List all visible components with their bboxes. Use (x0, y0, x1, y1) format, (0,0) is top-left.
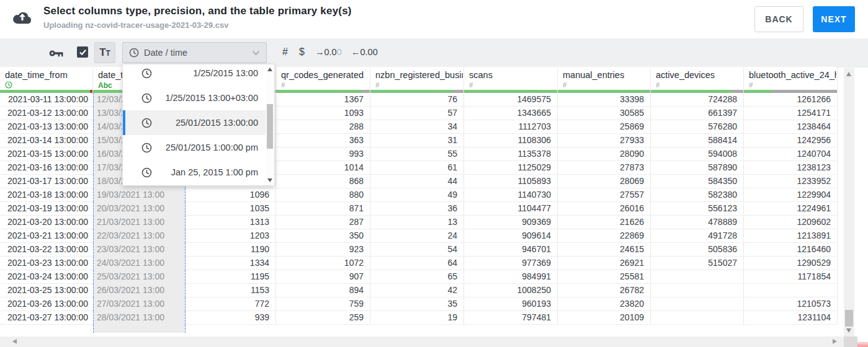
table-cell[interactable]: 894 (276, 284, 370, 297)
table-cell[interactable]: 2021-03-22 13:00:00 (0, 243, 93, 257)
table-cell[interactable]: 28/03/2021 13:00 (93, 311, 186, 325)
dropdown-scrollbar-thumb[interactable] (267, 104, 273, 149)
table-cell[interactable]: 2021-03-25 13:00:00 (0, 284, 93, 297)
table-cell[interactable]: 584350 (651, 175, 744, 188)
include-column-checkbox[interactable] (77, 46, 88, 58)
dropdown-scrollbar[interactable] (266, 64, 274, 185)
table-cell[interactable]: 35 (370, 297, 464, 311)
table-cell[interactable]: 515027 (651, 257, 744, 270)
table-cell[interactable]: 24615 (558, 243, 651, 257)
table-cell[interactable]: 64 (370, 257, 464, 270)
table-cell[interactable]: 2021-03-19 13:00:00 (0, 202, 93, 216)
column-header-qr_codes_generated[interactable]: qr_codes_generated# (276, 67, 370, 93)
table-cell[interactable]: 13 (370, 216, 464, 229)
table-cell[interactable]: 1313 (186, 216, 276, 229)
number-type-button[interactable]: # (282, 46, 288, 58)
table-cell[interactable]: 24/03/2021 13:00 (93, 257, 186, 270)
table-cell[interactable]: 1261266 (744, 93, 838, 107)
table-cell[interactable]: 19 (370, 311, 464, 325)
table-cell[interactable]: 2021-03-13 13:00:00 (0, 120, 93, 134)
table-cell[interactable]: 22869 (558, 229, 651, 243)
table-cell[interactable]: 26/03/2021 13:00 (93, 284, 186, 297)
table-cell[interactable]: 25581 (558, 270, 651, 284)
table-cell[interactable]: 1140730 (464, 188, 558, 202)
table-cell[interactable]: 1238123 (744, 161, 838, 175)
type-dropdown[interactable]: Date / time (122, 42, 267, 63)
table-cell[interactable] (651, 270, 744, 284)
table-cell[interactable]: 26016 (558, 202, 651, 216)
table-cell[interactable]: 907 (276, 270, 370, 284)
dropdown-option[interactable]: Jan 25, 2015 1:00 pm (123, 160, 266, 185)
table-cell[interactable]: 19/03/2021 13:00 (93, 188, 186, 202)
table-cell[interactable]: 1105893 (464, 175, 558, 188)
table-cell[interactable]: 44 (370, 175, 464, 188)
table-cell[interactable]: 363 (276, 134, 370, 147)
table-cell[interactable]: 1216460 (744, 243, 838, 257)
table-cell[interactable]: 661397 (651, 107, 744, 120)
table-cell[interactable]: 21626 (558, 216, 651, 229)
table-cell[interactable] (651, 284, 744, 297)
table-cell[interactable]: 2021-03-24 13:00:00 (0, 270, 93, 284)
table-cell[interactable]: 2021-03-14 13:00:00 (0, 134, 93, 147)
dropdown-option[interactable]: 1/25/2015 13:00 (123, 64, 266, 86)
table-cell[interactable]: 724288 (651, 93, 744, 107)
table-cell[interactable]: 288 (276, 120, 370, 134)
vertical-scrollbar[interactable] (844, 68, 854, 336)
table-cell[interactable]: 20/03/2021 13:00 (93, 202, 186, 216)
column-header-bluetooth_active_24_hr_[interactable]: bluetooth_active_24_hr_# (744, 67, 838, 93)
table-cell[interactable] (651, 311, 744, 325)
table-cell[interactable]: 587890 (651, 161, 744, 175)
table-cell[interactable]: 772 (186, 297, 276, 311)
table-cell[interactable]: 909614 (464, 229, 558, 243)
table-cell[interactable]: 27933 (558, 134, 651, 147)
table-cell[interactable]: 26921 (558, 257, 651, 270)
table-cell[interactable]: 2021-03-17 13:00:00 (0, 175, 93, 188)
scroll-right-arrow-icon[interactable] (833, 339, 837, 344)
table-cell[interactable]: 582380 (651, 188, 744, 202)
dropdown-option[interactable]: 1/25/2015 13:00+03:00 (123, 86, 266, 110)
table-cell[interactable]: 49 (370, 188, 464, 202)
table-cell[interactable]: 1035 (186, 202, 276, 216)
table-cell[interactable]: 977369 (464, 257, 558, 270)
table-cell[interactable]: 2021-03-11 13:00:00 (0, 93, 93, 107)
table-cell[interactable]: 2021-03-27 13:00:00 (0, 311, 93, 325)
table-cell[interactable]: 556123 (651, 202, 744, 216)
table-cell[interactable]: 76 (370, 93, 464, 107)
table-cell[interactable]: 2021-03-23 13:00:00 (0, 257, 93, 270)
table-cell[interactable]: 33398 (558, 93, 651, 107)
table-cell[interactable]: 1195 (186, 270, 276, 284)
table-cell[interactable]: 350 (276, 229, 370, 243)
table-cell[interactable]: 1153 (186, 284, 276, 297)
table-cell[interactable]: 1343665 (464, 107, 558, 120)
column-header-nzbn_registered_busine[interactable]: nzbn_registered_busine# (370, 67, 464, 93)
table-cell[interactable]: 1125029 (464, 161, 558, 175)
table-cell[interactable]: 2021-03-12 13:00:00 (0, 107, 93, 120)
table-cell[interactable]: 54 (370, 243, 464, 257)
table-cell[interactable]: 1233952 (744, 175, 838, 188)
table-cell[interactable]: 26782 (558, 284, 651, 297)
table-cell[interactable]: 2021-03-16 13:00:00 (0, 161, 93, 175)
table-cell[interactable]: 1072 (276, 257, 370, 270)
table-cell[interactable]: 1096 (186, 188, 276, 202)
table-cell[interactable]: 1171854 (744, 270, 838, 284)
table-cell[interactable]: 939 (186, 311, 276, 325)
table-cell[interactable]: 946701 (464, 243, 558, 257)
table-cell[interactable]: 2021-03-20 13:00:00 (0, 216, 93, 229)
table-cell[interactable]: 960193 (464, 297, 558, 311)
table-cell[interactable]: 25869 (558, 120, 651, 134)
table-cell[interactable]: 55 (370, 147, 464, 161)
table-cell[interactable]: 1213891 (744, 229, 838, 243)
table-cell[interactable]: 588414 (651, 134, 744, 147)
table-cell[interactable]: 2021-03-26 13:00:00 (0, 297, 93, 311)
table-cell[interactable]: 27/03/2021 13:00 (93, 297, 186, 311)
table-cell[interactable]: 25/03/2021 13:00 (93, 270, 186, 284)
scroll-up-arrow-icon[interactable] (267, 68, 272, 71)
column-header-active_devices[interactable]: active_devices# (651, 67, 744, 93)
table-cell[interactable]: 576280 (651, 120, 744, 134)
table-cell[interactable]: 27873 (558, 161, 651, 175)
table-cell[interactable]: 23/03/2021 13:00 (93, 243, 186, 257)
table-cell[interactable]: 42 (370, 284, 464, 297)
table-cell[interactable]: 923 (276, 243, 370, 257)
table-cell[interactable]: 871 (276, 202, 370, 216)
scroll-down-arrow-icon[interactable] (846, 328, 851, 333)
